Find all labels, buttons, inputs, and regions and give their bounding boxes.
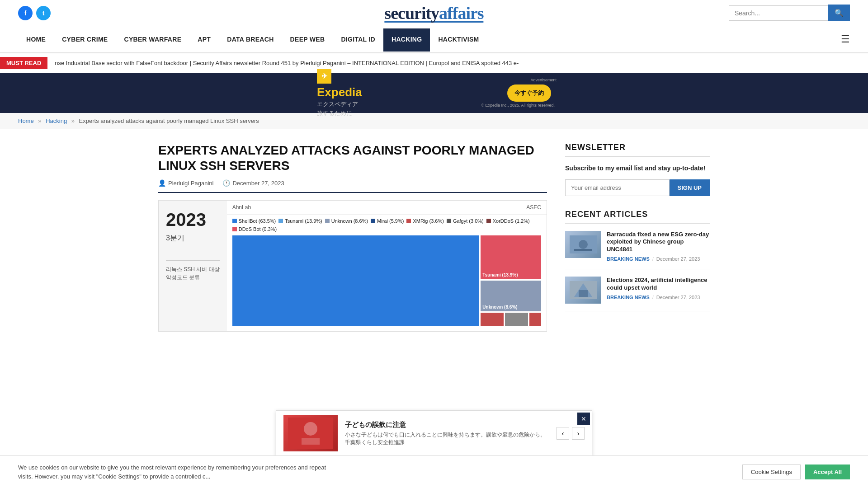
nav-data-breach[interactable]: DATA BREACH bbox=[219, 28, 282, 52]
recent-articles-title: RECENT ARTICLES bbox=[565, 210, 710, 224]
nav-home[interactable]: HOME bbox=[18, 28, 54, 52]
treemap-bottom-row bbox=[481, 313, 541, 326]
ad-brand-jp: エクスペディア bbox=[317, 100, 358, 108]
ad-expedia-logo: ✈ Expedia エクスペディア 旅するために bbox=[317, 69, 362, 117]
clock-icon: 🕐 bbox=[222, 179, 230, 187]
nav-cyber-crime[interactable]: CYBER CRIME bbox=[54, 28, 116, 52]
chart-right-panel: AhnLab ASEC ShellBot (63.5%) Tsunami (13… bbox=[227, 201, 547, 331]
legend-dot-ddosbot bbox=[232, 227, 237, 231]
legend-dot-xmrig bbox=[406, 219, 411, 223]
treemap-xorddos bbox=[529, 313, 541, 326]
article-meta: 👤 Pierluigi Paganini 🕐 December 27, 2023 bbox=[158, 179, 547, 193]
chart-header: AhnLab ASEC bbox=[227, 201, 547, 215]
search-button[interactable]: 🔍 bbox=[828, 5, 850, 21]
recent-thumb-1 bbox=[565, 277, 601, 304]
chart-source2: ASEC bbox=[526, 204, 541, 211]
recent-content-1: Elections 2024, artificial intelligence … bbox=[607, 277, 710, 304]
treemap-xmrig bbox=[481, 313, 504, 326]
treemap-unknown: Unknown (8.6%) bbox=[481, 281, 541, 311]
legend-shellbot: ShellBot (63.5%) bbox=[232, 218, 276, 224]
recent-content-0: Barracuda fixed a new ESG zero-day explo… bbox=[607, 231, 710, 262]
article-column: EXPERTS ANALYZED ATTACKS AGAINST POORLY … bbox=[158, 143, 547, 341]
svg-point-1 bbox=[579, 240, 588, 249]
treemap-right-col: Tsunami (13.9%) Unknown (8.6%) bbox=[481, 235, 541, 326]
legend-dot-mirai bbox=[371, 219, 375, 223]
chart-treemap: Tsunami (13.9%) Unknown (8.6%) bbox=[232, 235, 541, 326]
legend-mirai: Mirai (5.9%) bbox=[371, 218, 404, 224]
legend-dot-gafgyt bbox=[447, 219, 451, 223]
twitter-icon[interactable]: t bbox=[36, 6, 51, 20]
legend-ddosbot: DDoS Bot (0.3%) bbox=[232, 226, 277, 232]
recent-meta-1: BREAKING NEWS / December 27, 2023 bbox=[607, 295, 710, 300]
chart-left-panel: 2023 3분기 리눅스 SSH 서버 대상악성코드 분류 bbox=[159, 201, 227, 331]
newsletter-section: NEWSLETTER Subscribe to my email list an… bbox=[565, 143, 710, 196]
legend-dot-xorddos bbox=[486, 219, 491, 223]
ad-brand-icon: ✈ bbox=[317, 69, 331, 84]
breadcrumb-current: Experts analyzed attacks against poorly … bbox=[79, 117, 259, 124]
recent-item-title-0[interactable]: Barracuda fixed a new ESG zero-day explo… bbox=[607, 231, 710, 254]
chart-year: 2023 bbox=[166, 210, 220, 230]
breadcrumb-sep-2: » bbox=[71, 117, 76, 124]
nav-hacktivism[interactable]: HACKTIVISM bbox=[430, 28, 487, 52]
breadcrumb-home[interactable]: Home bbox=[18, 117, 34, 124]
breadcrumb-section[interactable]: Hacking bbox=[46, 117, 67, 124]
ad-small-print: © Expedia Inc., 2025. All rights reserve… bbox=[481, 103, 555, 108]
article-date: 🕐 December 27, 2023 bbox=[222, 179, 284, 187]
ticker-text: nse Industrial Base sector with FalseFon… bbox=[55, 60, 519, 66]
thumb-placeholder-0 bbox=[565, 231, 601, 258]
signup-button[interactable]: SIGN UP bbox=[670, 179, 710, 196]
chart-source: AhnLab bbox=[232, 204, 251, 211]
nav-hacking[interactable]: HACKING bbox=[383, 28, 430, 52]
svg-rect-5 bbox=[579, 290, 588, 297]
recent-tag-1[interactable]: BREAKING NEWS bbox=[607, 295, 650, 300]
recent-date-0: December 27, 2023 bbox=[656, 256, 700, 262]
breadcrumb-sep-1: » bbox=[38, 117, 43, 124]
chart-legend: ShellBot (63.5%) Tsunami (13.9%) Unknown… bbox=[227, 215, 547, 235]
email-input[interactable] bbox=[565, 179, 670, 196]
breadcrumb: Home » Hacking » Experts analyzed attack… bbox=[0, 113, 868, 129]
recent-meta-0: BREAKING NEWS / December 27, 2023 bbox=[607, 256, 710, 262]
main-container: EXPERTS ANALYZED ATTACKS AGAINST POORLY … bbox=[140, 129, 728, 354]
recent-item-title-1[interactable]: Elections 2024, artificial intelligence … bbox=[607, 277, 710, 292]
article-author: 👤 Pierluigi Paganini bbox=[158, 179, 213, 187]
treemap-gafgyt bbox=[505, 313, 528, 326]
legend-dot-shellbot bbox=[232, 219, 237, 223]
thumb-placeholder-1 bbox=[565, 277, 601, 304]
hamburger-menu[interactable]: ☰ bbox=[841, 26, 850, 52]
nav-digital-id[interactable]: DIGITAL ID bbox=[333, 28, 383, 52]
email-signup-row: SIGN UP bbox=[565, 179, 710, 196]
must-read-badge: MUST READ bbox=[0, 57, 47, 69]
search-input[interactable] bbox=[729, 5, 828, 21]
recent-tag-0[interactable]: BREAKING NEWS bbox=[607, 256, 650, 262]
top-header: f t securityaffairs 🔍 bbox=[0, 0, 868, 26]
recent-date-1: December 27, 2023 bbox=[656, 295, 700, 300]
ad-label: Advertisement bbox=[530, 78, 557, 82]
article-chart: 2023 3분기 리눅스 SSH 서버 대상악성코드 분류 AhnLab ASE… bbox=[158, 200, 547, 332]
article-title: EXPERTS ANALYZED ATTACKS AGAINST POORLY … bbox=[158, 143, 547, 173]
meta-sep-0: / bbox=[652, 256, 654, 262]
nav-deep-web[interactable]: DEEP WEB bbox=[282, 28, 333, 52]
ad-tagline: 旅するために bbox=[317, 109, 352, 117]
legend-dot-unknown bbox=[325, 219, 330, 223]
ticker-bar: MUST READ nse Industrial Base sector wit… bbox=[0, 53, 868, 73]
svg-rect-2 bbox=[574, 249, 592, 251]
ad-banner: Advertisement ✈ Expedia エクスペディア 旅するために 今… bbox=[0, 73, 868, 113]
ad-cta-button[interactable]: 今すぐ予約 bbox=[507, 84, 551, 102]
nav-cyber-warfare[interactable]: CYBER WARFARE bbox=[116, 28, 190, 52]
legend-unknown: Unknown (8.6%) bbox=[325, 218, 368, 224]
chart-label-korean: 리눅스 SSH 서버 대상악성코드 분류 bbox=[166, 260, 220, 282]
sidebar-column: NEWSLETTER Subscribe to my email list an… bbox=[565, 143, 710, 341]
recent-thumb-0 bbox=[565, 231, 601, 258]
newsletter-title: NEWSLETTER bbox=[565, 143, 710, 157]
social-icons: f t bbox=[18, 6, 51, 20]
chart-quarter: 3분기 bbox=[166, 234, 220, 243]
legend-tsunami: Tsunami (13.9%) bbox=[278, 218, 322, 224]
search-bar: 🔍 bbox=[729, 5, 850, 21]
site-logo[interactable]: securityaffairs bbox=[384, 3, 483, 23]
facebook-icon[interactable]: f bbox=[18, 6, 33, 20]
meta-sep-1: / bbox=[652, 295, 654, 300]
author-icon: 👤 bbox=[158, 179, 166, 187]
ad-inner[interactable]: Advertisement ✈ Expedia エクスペディア 旅するために 今… bbox=[310, 77, 558, 109]
nav-apt[interactable]: APT bbox=[189, 28, 219, 52]
recent-articles-section: RECENT ARTICLES Barracuda fixed a new ES… bbox=[565, 210, 710, 312]
